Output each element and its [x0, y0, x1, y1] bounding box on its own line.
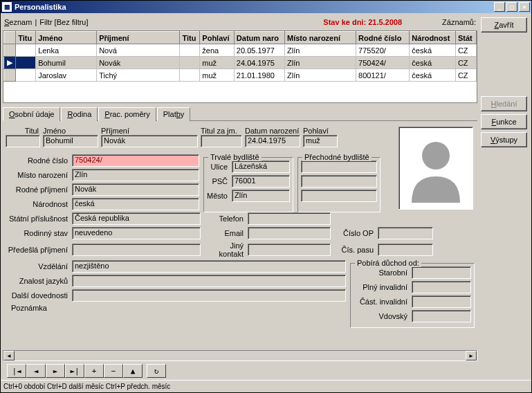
fld-dalsidov[interactable]: [72, 289, 346, 302]
scroll-left-icon[interactable]: ◄: [3, 351, 15, 360]
records-label: Záznamů:: [442, 18, 476, 26]
statusbar: Ctrl+0 období Ctrl+D další měsíc Ctrl+P …: [1, 380, 531, 392]
fld-datnar[interactable]: 24.04.1975: [245, 135, 300, 147]
lbl-mistonar: Místo narození: [6, 171, 69, 179]
fld-vzdelani[interactable]: nezjištěno: [72, 260, 346, 273]
fld-predprij[interactable]: [72, 244, 201, 256]
col-narodnost[interactable]: Národnost: [410, 32, 456, 44]
fld-ulice2[interactable]: [301, 161, 377, 173]
detail-pane: Titul Jméno Bohumil Příjmení Novák Titul…: [3, 121, 477, 349]
nav-last-icon[interactable]: ►|: [65, 364, 84, 378]
app-window: ▦ Personalistika _ □ × Seznam | Filtr [B…: [0, 0, 532, 393]
data-grid[interactable]: Titu Jméno Příjmení Titu Pohlaví Datum n…: [3, 30, 477, 103]
nav-delete-icon[interactable]: −: [104, 364, 123, 378]
nav-first-icon[interactable]: |◄: [7, 364, 26, 378]
lbl-datnar: Datum narození: [245, 127, 300, 135]
horizontal-scrollbar[interactable]: ◄ ►: [3, 350, 477, 361]
seznam-link[interactable]: Seznam: [4, 18, 32, 26]
col-titul[interactable]: Titu: [16, 32, 36, 44]
maximize-button[interactable]: □: [506, 2, 517, 12]
vystupy-button[interactable]: Výstupy: [481, 132, 527, 147]
nav-edit-icon[interactable]: ▲: [123, 364, 143, 378]
fld-statprisl[interactable]: Česká republika: [72, 212, 201, 225]
fld-starob[interactable]: [412, 266, 471, 279]
fld-psc[interactable]: 76001: [232, 175, 290, 188]
col-mistonar[interactable]: Místo narození: [284, 32, 356, 44]
col-pohlavi[interactable]: Pohlaví: [200, 32, 235, 44]
fld-rodprij[interactable]: Novák: [72, 183, 199, 196]
col-prijmeni[interactable]: Příjmení: [97, 32, 180, 44]
lbl-poznamka: Poznámka: [6, 304, 69, 312]
lbl-vzdelani: Vzdělání: [6, 262, 69, 271]
fld-mesto2[interactable]: [301, 190, 377, 202]
record-navigator: |◄ ◄ ► ►| + − ▲ ↻: [3, 364, 477, 378]
col-jmeno[interactable]: Jméno: [36, 32, 97, 44]
fld-castinv[interactable]: [412, 295, 471, 308]
tab-platby[interactable]: Platby: [157, 107, 191, 121]
tab-osobni[interactable]: Osobní údaje: [3, 107, 60, 121]
lbl-trvbyd: Trvalé bydliště: [208, 153, 262, 161]
nav-next-icon[interactable]: ►: [46, 364, 65, 378]
titlebar: ▦ Personalistika _ □ ×: [1, 1, 531, 13]
table-row[interactable]: ▶BohumilNovákmuž24.04.1975Zlín750424/čes…: [4, 57, 477, 69]
lbl-prechbyd: Přechodné bydliště: [302, 153, 372, 161]
fld-rodstav[interactable]: neuvedeno: [72, 227, 201, 239]
fld-mesto[interactable]: Zlín: [232, 190, 290, 202]
close-button[interactable]: ×: [519, 2, 530, 12]
lbl-starob: Starobní: [354, 268, 409, 277]
lbl-jinyk: Jiný kontakt: [203, 241, 245, 258]
minimize-button[interactable]: _: [494, 2, 505, 12]
lbl-rodstav: Rodinný stav: [6, 229, 69, 237]
funkce-button[interactable]: Funkce: [481, 114, 527, 129]
lbl-email: Email: [203, 229, 245, 237]
lbl-pohlavi: Pohlaví: [303, 127, 338, 135]
scroll-right-icon[interactable]: ►: [466, 351, 477, 360]
fld-rc[interactable]: 750424/: [72, 154, 199, 167]
lbl-cop: Číslo OP: [333, 229, 375, 237]
fld-jinyk[interactable]: [248, 244, 331, 256]
fld-pohlavi[interactable]: muž: [303, 135, 338, 147]
status-date: Stav ke dni: 21.5.2008: [323, 18, 402, 26]
photo-placeholder[interactable]: [398, 127, 473, 210]
lbl-titul: Titul: [6, 127, 40, 135]
fld-psc2[interactable]: [301, 175, 377, 188]
col-stat[interactable]: Stát: [455, 32, 476, 44]
col-rc[interactable]: Rodné číslo: [356, 32, 410, 44]
lbl-vdov: Vdovský: [354, 312, 409, 320]
lbl-jmeno: Jméno: [43, 127, 98, 135]
col-tit2[interactable]: Titu: [180, 32, 200, 44]
lbl-predprij: Předešlá příjmení: [6, 246, 69, 254]
lbl-rodprij: Rodné příjmení: [6, 185, 69, 194]
nav-prev-icon[interactable]: ◄: [26, 364, 46, 378]
fld-cpasu[interactable]: [378, 244, 433, 256]
svg-point-1: [422, 142, 450, 170]
table-row[interactable]: JaroslavTichýmuž21.01.1980Zlín800121/čes…: [4, 69, 477, 82]
hledani-button[interactable]: Hledání: [481, 96, 527, 111]
nav-refresh-icon[interactable]: ↻: [147, 364, 166, 378]
col-datnar[interactable]: Datum naro: [234, 32, 284, 44]
top-toolbar: Seznam | Filtr [Bez filtru] Stav ke dni:…: [3, 15, 477, 29]
fld-telefon[interactable]: [248, 212, 331, 225]
fld-cop[interactable]: [378, 227, 433, 239]
lbl-znjaz: Znalost jazyků: [6, 277, 69, 285]
lbl-castinv: Část. invalidní: [354, 298, 409, 306]
fld-plnyinv[interactable]: [412, 281, 471, 293]
lbl-narodnost: Národnost: [6, 200, 69, 208]
fld-jmeno[interactable]: Bohumil: [43, 135, 98, 147]
fld-narodnost[interactable]: česká: [72, 198, 199, 210]
fld-mistonar[interactable]: Zlín: [72, 169, 199, 181]
tab-rodina[interactable]: Rodina: [61, 107, 98, 121]
tab-pomery[interactable]: Prac. poměry: [98, 107, 156, 121]
table-row[interactable]: LenkaNovážena20.05.1977Zlín775520/českáC…: [4, 44, 477, 57]
fld-znjaz[interactable]: [72, 275, 346, 287]
fld-ulice[interactable]: Lázeňská: [232, 161, 290, 173]
fld-titul[interactable]: [6, 135, 40, 147]
fld-vdov[interactable]: [412, 310, 471, 322]
zavrit-button[interactable]: Zavřít: [481, 17, 527, 33]
fld-email[interactable]: [248, 227, 331, 239]
fld-titulza[interactable]: [201, 135, 242, 147]
filtr-link[interactable]: Filtr [Bez filtru]: [39, 18, 88, 26]
nav-add-icon[interactable]: +: [84, 364, 104, 378]
lbl-cpasu: Čís. pasu: [333, 246, 375, 254]
fld-prijmeni[interactable]: Novák: [101, 135, 198, 147]
